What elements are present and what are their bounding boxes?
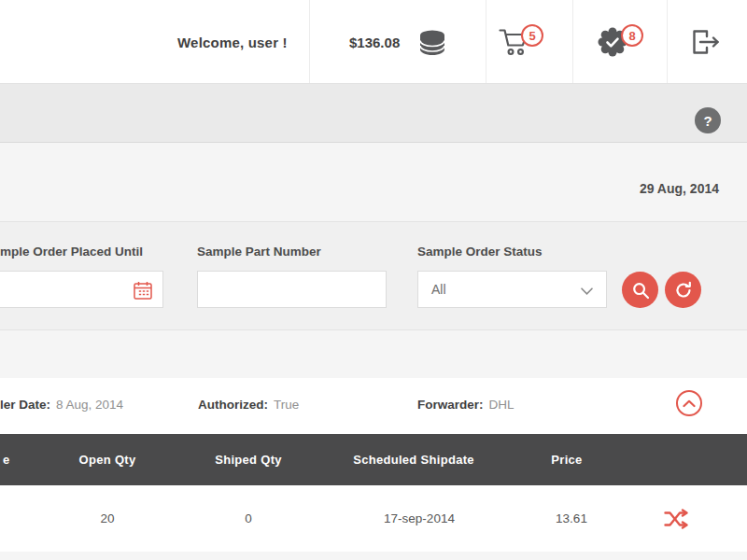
part-number-input[interactable] xyxy=(198,272,386,307)
topbar: Welcome, user ! $136.08 5 xyxy=(0,0,747,84)
cell-scheduled-shipdate: 17-sep-2014 xyxy=(384,485,455,552)
forwarder-value: DHL xyxy=(489,398,514,412)
logout-button[interactable] xyxy=(685,24,723,62)
divider xyxy=(572,0,573,83)
reset-button[interactable] xyxy=(665,272,701,308)
chevron-up-icon xyxy=(683,399,696,408)
approvals-button[interactable]: 8 xyxy=(595,22,647,65)
cell-shiped-qty: 0 xyxy=(245,485,252,552)
placed-until-label: mple Order Placed Until xyxy=(0,245,143,259)
screen: Welcome, user ! $136.08 5 xyxy=(0,0,747,560)
page-header-strip xyxy=(0,84,747,143)
table-row: 20 0 17-sep-2014 13.61 xyxy=(0,485,747,552)
part-number-label: Sample Part Number xyxy=(197,245,321,259)
column-header-scheduled-shipdate: Scheduled Shipdate xyxy=(353,434,474,485)
divider xyxy=(309,0,310,83)
search-button[interactable] xyxy=(622,272,658,308)
cell-price: 13.61 xyxy=(556,485,587,552)
table-header-row: e Open Qty Shiped Qty Scheduled Shipdate… xyxy=(0,434,747,485)
coins-icon xyxy=(416,27,448,57)
order-date-summary: ler Date: 8 Aug, 2014 xyxy=(0,398,123,412)
column-header-price: Price xyxy=(551,434,582,485)
cart-count-badge: 5 xyxy=(521,24,543,47)
logout-door-icon xyxy=(687,26,721,58)
help-button[interactable]: ? xyxy=(695,107,721,133)
authorized-summary: Authorized: True xyxy=(198,398,299,412)
chevron-down-icon xyxy=(581,287,593,295)
forwarder-summary: Forwarder: DHL xyxy=(417,398,514,412)
refresh-icon xyxy=(674,281,693,300)
notification-count-badge: 8 xyxy=(621,24,643,47)
order-status-label: Sample Order Status xyxy=(417,245,543,259)
shuffle-icon xyxy=(664,509,690,529)
current-date: 29 Aug, 2014 xyxy=(640,181,719,196)
collapse-order-button[interactable] xyxy=(676,390,702,416)
order-status-select[interactable]: All xyxy=(417,271,607,308)
calendar-icon[interactable] xyxy=(133,280,153,301)
account-balance: $136.08 xyxy=(349,0,400,84)
authorized-label: Authorized: xyxy=(198,398,268,412)
column-header: e xyxy=(3,434,10,485)
reallocate-button[interactable] xyxy=(661,506,693,532)
forwarder-label: Forwarder: xyxy=(417,398,484,412)
divider xyxy=(667,0,668,83)
order-date-value: 8 Aug, 2014 xyxy=(56,398,123,412)
cell-open-qty: 20 xyxy=(100,485,114,552)
search-icon xyxy=(631,281,650,300)
order-date-label: ler Date: xyxy=(0,398,50,412)
order-status-selected-value: All xyxy=(431,282,446,297)
part-number-field xyxy=(197,271,387,308)
welcome-text: Welcome, user ! xyxy=(177,0,288,84)
divider xyxy=(486,0,486,83)
column-header-shiped-qty: Shiped Qty xyxy=(215,434,282,485)
placed-until-field xyxy=(0,271,163,308)
order-card: ler Date: 8 Aug, 2014 Authorized: True F… xyxy=(0,378,747,552)
column-header-open-qty: Open Qty xyxy=(79,434,136,485)
authorized-value: True xyxy=(274,398,299,412)
cart-button[interactable]: 5 xyxy=(497,22,549,65)
